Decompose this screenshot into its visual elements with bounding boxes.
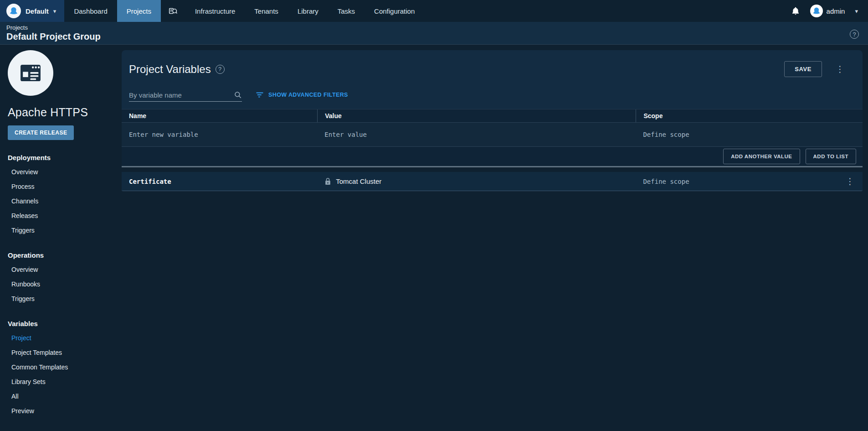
variable-filter-field: [129, 91, 242, 102]
sidebar-section-variables: Variables Project Project Templates Comm…: [8, 318, 122, 418]
space-switcher[interactable]: Default ▾: [0, 0, 64, 22]
space-name: Default: [26, 7, 49, 15]
add-another-value-button[interactable]: ADD ANOTHER VALUE: [723, 149, 800, 164]
create-release-button[interactable]: CREATE RELEASE: [8, 125, 74, 140]
column-header-value: Value: [317, 109, 636, 122]
project-name: Apache HTTPS: [8, 106, 122, 119]
primary-nav: Dashboard Projects Infrastructure Tenant…: [64, 0, 424, 22]
variables-table: Name Value Scope Define scope: [122, 109, 863, 191]
column-header-name: Name: [122, 109, 317, 122]
variable-row-certificate[interactable]: Certificate Tomcat Cluster Define scope …: [122, 172, 863, 191]
column-header-scope: Scope: [636, 109, 863, 122]
notifications-bell-icon[interactable]: [791, 6, 800, 16]
top-navigation-bar: Default ▾ Dashboard Projects Infrastruct…: [0, 0, 868, 22]
save-button[interactable]: SAVE: [784, 61, 822, 77]
user-name: admin: [827, 7, 845, 15]
new-variable-value-input[interactable]: [324, 131, 611, 138]
variables-help-icon[interactable]: ?: [216, 65, 225, 74]
nav-item-tenants[interactable]: Tenants: [245, 0, 288, 22]
nav-item-infrastructure[interactable]: Infrastructure: [185, 0, 245, 22]
sidebar-item-all-variables[interactable]: All: [8, 389, 122, 404]
variable-row-overflow-menu-icon[interactable]: ⋮: [843, 176, 857, 187]
add-to-list-button[interactable]: ADD TO LIST: [806, 149, 856, 164]
search-document-icon: [168, 6, 178, 16]
octopus-logo-icon: [6, 4, 21, 18]
panel-title: Project Variables: [129, 63, 211, 76]
nav-item-dashboard[interactable]: Dashboard: [64, 0, 117, 22]
variable-value[interactable]: Tomcat Cluster: [336, 177, 381, 185]
sidebar-item-runbooks[interactable]: Runbooks: [8, 277, 122, 291]
page-title: Default Project Group: [6, 31, 101, 42]
project-sidebar: Apache HTTPS CREATE RELEASE Deployments …: [0, 45, 122, 431]
user-menu[interactable]: admin: [810, 5, 845, 17]
project-logo-icon: [8, 50, 53, 96]
sidebar-section-title[interactable]: Deployments: [8, 152, 122, 163]
sidebar-section-deployments: Deployments Overview Process Channels Re…: [8, 152, 122, 238]
show-advanced-filters-link[interactable]: SHOW ADVANCED FILTERS: [256, 92, 348, 102]
sidebar-item-project-variables[interactable]: Project: [8, 331, 122, 345]
help-icon[interactable]: ?: [850, 30, 859, 39]
sidebar-section-title[interactable]: Operations: [8, 249, 122, 260]
nav-item-configuration[interactable]: Configuration: [365, 0, 424, 22]
nav-item-library[interactable]: Library: [288, 0, 328, 22]
sidebar-item-releases[interactable]: Releases: [8, 208, 122, 223]
variable-filter-input[interactable]: [129, 91, 234, 99]
table-gap: [122, 167, 863, 172]
filter-icon: [256, 92, 264, 98]
advanced-filters-label: SHOW ADVANCED FILTERS: [268, 92, 348, 98]
user-caret-down-icon[interactable]: ▾: [855, 8, 858, 15]
sidebar-item-process[interactable]: Process: [8, 179, 122, 194]
sidebar-item-common-templates[interactable]: Common Templates: [8, 360, 122, 374]
user-avatar-octopus-icon: [810, 5, 823, 17]
breadcrumb[interactable]: Projects: [6, 24, 101, 31]
sidebar-item-operations-triggers[interactable]: Triggers: [8, 291, 122, 306]
sidebar-item-deployments-overview[interactable]: Overview: [8, 165, 122, 179]
lock-icon: [324, 177, 331, 185]
nav-item-projects[interactable]: Projects: [117, 0, 161, 22]
project-variables-panel: Project Variables ? SAVE ⋮: [122, 50, 863, 191]
main-content: Project Variables ? SAVE ⋮: [122, 45, 868, 431]
sidebar-item-operations-overview[interactable]: Overview: [8, 262, 122, 277]
sidebar-item-project-templates[interactable]: Project Templates: [8, 345, 122, 360]
sidebar-item-preview[interactable]: Preview: [8, 404, 122, 418]
new-variable-row: Define scope: [122, 123, 863, 147]
search-icon: [234, 91, 242, 99]
variable-name[interactable]: Certificate: [129, 178, 171, 185]
variable-scope-field[interactable]: Define scope: [643, 178, 689, 185]
table-header-row: Name Value Scope: [122, 109, 863, 123]
breadcrumb-band: Projects Default Project Group ?: [0, 22, 868, 45]
sidebar-section-operations: Operations Overview Runbooks Triggers: [8, 249, 122, 306]
caret-down-icon: ▾: [53, 8, 56, 15]
sidebar-item-channels[interactable]: Channels: [8, 194, 122, 208]
sidebar-item-library-sets[interactable]: Library Sets: [8, 374, 122, 389]
nav-item-tasks[interactable]: Tasks: [328, 0, 365, 22]
new-variable-name-input[interactable]: [129, 131, 302, 138]
new-variable-scope-field[interactable]: Define scope: [643, 131, 689, 138]
nav-search-button[interactable]: [161, 0, 185, 22]
sidebar-section-title[interactable]: Variables: [8, 318, 122, 329]
panel-overflow-menu-icon[interactable]: ⋮: [833, 64, 847, 74]
sidebar-item-deployments-triggers[interactable]: Triggers: [8, 223, 122, 238]
new-variable-actions-row: ADD ANOTHER VALUE ADD TO LIST: [122, 147, 863, 167]
